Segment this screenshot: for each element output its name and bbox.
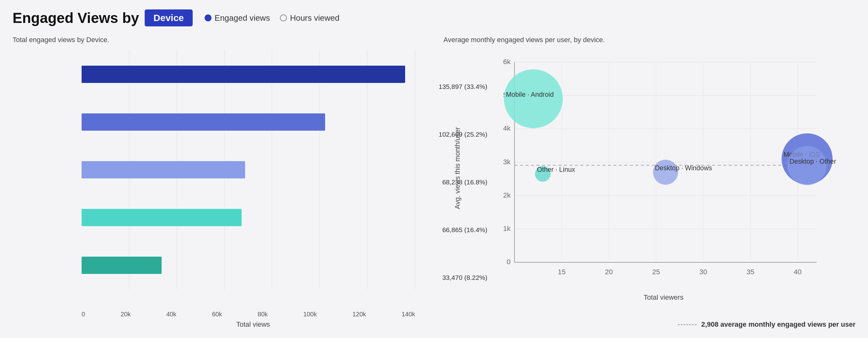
svg-text:1k: 1k <box>503 225 511 232</box>
svg-text:30: 30 <box>700 268 707 276</box>
scatter-chart-subtitle: Average monthly engaged views per user, … <box>443 36 856 44</box>
bar-track: 68,238 (16.8%) <box>82 161 415 178</box>
scatter-plot: 01k2k3k4k5k6k152025303540Mobile · Androi… <box>472 50 856 286</box>
axis-tick: 140k <box>402 311 415 318</box>
bar-track: 33,470 (8.22%) <box>82 257 415 274</box>
svg-text:15: 15 <box>558 268 565 276</box>
page-title: Engaged Views by <box>12 9 139 26</box>
scatter-x-label: Total viewers <box>472 293 856 302</box>
svg-text:3k: 3k <box>503 158 511 166</box>
charts-row: Total engaged views by Device. Mobile · … <box>12 36 856 329</box>
axis-tick: 20k <box>121 311 130 318</box>
svg-text:2k: 2k <box>503 191 511 199</box>
legend-hours-viewed-label: Hours viewed <box>290 13 340 23</box>
svg-text:0: 0 <box>506 258 510 266</box>
scatter-chart-panel: Average monthly engaged views per user, … <box>443 36 856 329</box>
svg-text:20: 20 <box>605 268 613 276</box>
bar-row: Mobile · iOS 135,897 (33.4%) <box>82 62 415 87</box>
legend-engaged-views-label: Engaged views <box>215 13 270 23</box>
svg-text:6k: 6k <box>503 58 511 66</box>
scatter-y-label: Avg. views this month/user <box>454 127 462 209</box>
svg-point-34 <box>787 146 827 185</box>
legend-hours-viewed: Hours viewed <box>280 13 340 23</box>
svg-text:Other · Linux: Other · Linux <box>537 166 575 173</box>
svg-text:35: 35 <box>747 268 754 276</box>
axis-tick: 100k <box>303 311 317 318</box>
bar-row: Desktop · Other 102,669 (25.2%) <box>82 109 415 135</box>
main-container: Engaged Views by Device Engaged views Ho… <box>0 0 868 338</box>
engaged-views-icon <box>205 15 212 21</box>
bar-track: 66,865 (16.4%) <box>82 209 415 226</box>
avg-line-legend: 2,908 average monthly engaged views per … <box>443 320 856 329</box>
legend: Engaged views Hours viewed <box>205 13 340 23</box>
bar-chart-inner: Mobile · iOS 135,897 (33.4%) Desktop · O… <box>12 50 425 308</box>
device-button[interactable]: Device <box>145 9 193 26</box>
bar-x-label: Total views <box>12 320 425 329</box>
bar-fill <box>82 113 325 131</box>
header: Engaged Views by Device Engaged views Ho… <box>12 9 856 26</box>
axis-tick: 60k <box>212 311 222 318</box>
svg-text:Desktop · Other: Desktop · Other <box>789 158 836 165</box>
axis-tick: 0 <box>82 311 85 318</box>
legend-engaged-views: Engaged views <box>205 13 270 23</box>
bar-track: 135,897 (33.4%) <box>82 66 415 83</box>
avg-line-label: 2,908 average monthly engaged views per … <box>701 320 856 329</box>
svg-text:Mobile · Android: Mobile · Android <box>506 91 554 98</box>
axis-tick: 120k <box>352 311 366 318</box>
bar-row: Other · Linux 33,470 (8.22%) <box>82 253 415 278</box>
hours-viewed-icon <box>280 15 287 21</box>
svg-text:25: 25 <box>652 268 660 276</box>
bar-row: Mobile · Android 66,865 (16.4%) <box>82 205 415 230</box>
dashed-line-icon <box>678 324 697 325</box>
svg-text:40: 40 <box>794 268 802 276</box>
bar-fill <box>82 66 405 83</box>
bar-row: Desktop · Windows 68,238 (16.8%) <box>82 157 415 182</box>
svg-point-36 <box>653 160 678 185</box>
bar-fill <box>82 209 242 226</box>
bar-x-axis: 020k40k60k80k100k120k140k <box>82 311 415 318</box>
axis-tick: 80k <box>258 311 268 318</box>
bar-fill <box>82 257 162 274</box>
bar-fill <box>82 161 245 178</box>
svg-point-30 <box>504 69 563 129</box>
axis-tick: 40k <box>166 311 176 318</box>
bar-track: 102,669 (25.2%) <box>82 113 415 131</box>
bar-chart-panel: Total engaged views by Device. Mobile · … <box>12 36 425 329</box>
svg-text:Desktop · Windows: Desktop · Windows <box>655 164 712 172</box>
bar-chart-subtitle: Total engaged views by Device. <box>12 36 425 44</box>
svg-text:4k: 4k <box>503 124 511 132</box>
bar-chart-area: Mobile · iOS 135,897 (33.4%) Desktop · O… <box>12 50 425 329</box>
